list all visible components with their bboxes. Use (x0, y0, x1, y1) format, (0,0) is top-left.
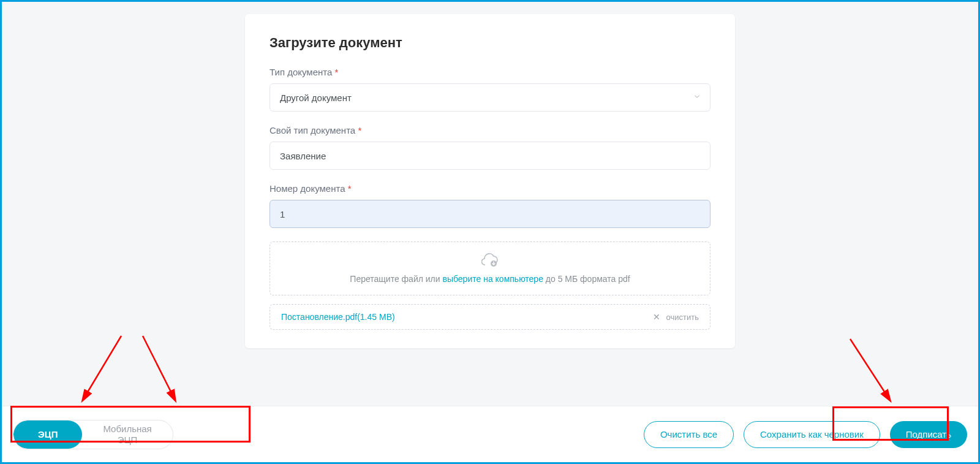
uploaded-file-name[interactable]: Постановление.pdf(1.45 MB) (281, 312, 395, 322)
upload-document-card: Загрузите документ Тип документа * Друго… (245, 14, 735, 348)
own-type-label: Свой тип документа * (270, 125, 710, 135)
doc-type-label: Тип документа * (270, 67, 710, 77)
chevron-down-icon (693, 93, 701, 103)
ecp-tab[interactable]: ЭЦП (13, 420, 82, 449)
clear-file-button[interactable]: ✕ очистить (653, 313, 699, 322)
card-title: Загрузите документ (270, 35, 710, 51)
choose-file-link[interactable]: выберите на компьютере (442, 274, 543, 284)
dropzone-text-after: до 5 МБ формата pdf (543, 274, 630, 284)
close-icon: ✕ (653, 313, 660, 321)
sign-button[interactable]: Подписать (890, 421, 967, 448)
doc-number-label: Номер документа * (270, 183, 710, 194)
clear-all-button[interactable]: Очистить все (644, 421, 734, 448)
mobile-ecp-tab[interactable]: Мобильная ЭЦП (82, 420, 172, 449)
dropzone-text-before: Перетащите файл или (350, 274, 442, 284)
save-draft-button[interactable]: Сохранить как черновик (744, 421, 880, 448)
file-dropzone[interactable]: Перетащите файл или выберите на компьюте… (270, 242, 710, 295)
cloud-download-icon (481, 253, 499, 268)
signature-type-segment: ЭЦП Мобильная ЭЦП (13, 420, 173, 449)
doc-type-select[interactable]: Другой документ (270, 83, 710, 112)
doc-type-value: Другой документ (280, 93, 352, 103)
uploaded-file-box: Постановление.pdf(1.45 MB) ✕ очистить (270, 304, 710, 330)
footer-bar: ЭЦП Мобильная ЭЦП Очистить все Сохранить… (2, 406, 978, 462)
own-type-input[interactable] (270, 142, 710, 170)
doc-number-input[interactable] (270, 200, 710, 228)
